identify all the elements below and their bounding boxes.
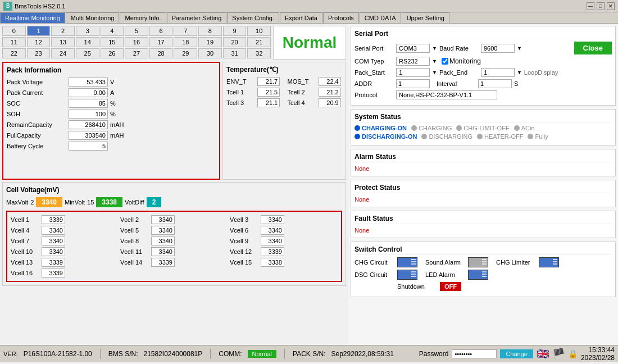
chg-circuit-switch[interactable] bbox=[397, 257, 417, 267]
pack-end-dropdown[interactable]: ▼ bbox=[517, 70, 522, 75]
serial-port-dropdown[interactable]: ▼ bbox=[432, 46, 437, 51]
password-input[interactable] bbox=[452, 349, 497, 358]
addr-input[interactable] bbox=[396, 79, 430, 88]
baud-rate-dropdown[interactable]: ▼ bbox=[517, 46, 522, 51]
cell-num-2[interactable]: 2 bbox=[51, 26, 75, 36]
min-volt-value: 3338 bbox=[96, 197, 122, 207]
cell-num-13[interactable]: 13 bbox=[51, 37, 75, 47]
cell-num-15[interactable]: 15 bbox=[101, 37, 124, 47]
tab-system-config[interactable]: System Config. bbox=[227, 12, 279, 23]
vcell3-value: 3340 bbox=[261, 215, 284, 224]
baud-rate-value[interactable]: 9600 bbox=[481, 44, 515, 53]
tab-cmd-data[interactable]: CMD DATA bbox=[360, 12, 401, 23]
pack-end-label: Pack_End bbox=[439, 69, 479, 76]
env-t-label: ENV_T bbox=[226, 78, 255, 85]
cell-num-26[interactable]: 26 bbox=[101, 48, 124, 58]
chg-limit-off-text: CHG-LIMIT-OFF bbox=[463, 125, 509, 131]
cell-num-16[interactable]: 16 bbox=[125, 37, 148, 47]
cell-num-5[interactable]: 5 bbox=[125, 26, 148, 36]
tab-upper-setting[interactable]: Upper Setting bbox=[402, 12, 449, 23]
discharging-on-text: DISCHARGING-ON bbox=[362, 133, 417, 140]
tab-multi-monitoring[interactable]: Multi Monitoring bbox=[66, 12, 120, 23]
cell-num-28[interactable]: 28 bbox=[149, 48, 173, 58]
baud-rate-label: Baud Rate bbox=[439, 45, 479, 52]
vcell2-label: Vcell 2 bbox=[120, 216, 149, 223]
loop-display-label: LoopDisplay bbox=[524, 69, 558, 76]
chg-circuit-label: CHG Circuit bbox=[355, 259, 394, 266]
chg-limiter-label: CHG Limiter bbox=[496, 259, 535, 266]
shutdown-off-btn[interactable]: OFF bbox=[440, 282, 461, 291]
tab-protocols[interactable]: Protocols bbox=[323, 12, 359, 23]
close-serial-btn[interactable]: Close bbox=[574, 42, 612, 54]
cell-num-8[interactable]: 8 bbox=[198, 26, 222, 36]
cell-num-10[interactable]: 10 bbox=[247, 26, 271, 36]
tab-memory-info[interactable]: Memory Info. bbox=[120, 12, 166, 23]
com-type-value[interactable]: RS232 bbox=[396, 57, 430, 66]
tab-export-data[interactable]: Export Data bbox=[280, 12, 322, 23]
cell-num-32[interactable]: 32 bbox=[247, 48, 271, 58]
sound-alarm-switch[interactable] bbox=[468, 257, 488, 267]
cell-num-24[interactable]: 24 bbox=[51, 48, 75, 58]
switch-control-section: Switch Control CHG Circuit Sound Alarm C… bbox=[351, 242, 616, 297]
cell-num-21[interactable]: 21 bbox=[247, 37, 271, 47]
tab-bar: Realtime Monitoring Multi Monitoring Mem… bbox=[0, 12, 618, 24]
cell-num-23[interactable]: 23 bbox=[27, 48, 51, 58]
alarm-status-title: Alarm Status bbox=[355, 153, 612, 162]
cell-num-3[interactable]: 3 bbox=[76, 26, 99, 36]
cell-num-22[interactable]: 22 bbox=[2, 48, 26, 58]
fault-status-section: Fault Status None bbox=[351, 211, 616, 238]
cell-num-4[interactable]: 4 bbox=[101, 26, 124, 36]
pack-sn-value: Sep292022,08:59:31 bbox=[331, 350, 394, 358]
app-title: BmsTools HS2.0.1 bbox=[15, 3, 587, 10]
interval-input[interactable] bbox=[478, 79, 512, 88]
max-volt-num: 2 bbox=[30, 199, 34, 206]
cell-num-30[interactable]: 30 bbox=[198, 48, 222, 58]
serial-port-value[interactable]: COM3 bbox=[396, 44, 430, 53]
cell-num-12[interactable]: 12 bbox=[27, 37, 51, 47]
lock-icon: 🔒 bbox=[568, 349, 578, 358]
status-bar: VER: P16S100A-21582-1.00 BMS S/N: 21582I… bbox=[0, 345, 618, 362]
cell-num-11[interactable]: 11 bbox=[2, 37, 26, 47]
cell-num-27[interactable]: 27 bbox=[125, 48, 148, 58]
tcell4-label: Tcell 4 bbox=[288, 99, 316, 106]
minimize-btn[interactable]: — bbox=[587, 2, 594, 10]
cell-num-9[interactable]: 9 bbox=[223, 26, 247, 36]
chg-limit-off-indicator: CHG-LIMIT-OFF bbox=[456, 125, 509, 131]
cell-num-19[interactable]: 19 bbox=[198, 37, 222, 47]
pack-end-value[interactable]: 1 bbox=[481, 68, 515, 77]
led-alarm-switch[interactable] bbox=[468, 270, 488, 280]
tab-parameter-setting[interactable]: Parameter Setting bbox=[167, 12, 227, 23]
soc-value: 85 bbox=[69, 99, 108, 108]
protocol-value[interactable]: None,HS-PC-232-BP-V1.1 bbox=[396, 90, 497, 99]
cell-num-0[interactable]: 0 bbox=[2, 26, 26, 36]
tcell2-label: Tcell 2 bbox=[288, 89, 316, 95]
maximize-btn[interactable]: □ bbox=[597, 2, 605, 10]
com-type-dropdown[interactable]: ▼ bbox=[432, 58, 437, 64]
dsg-circuit-switch[interactable] bbox=[397, 270, 417, 280]
cell-num-7[interactable]: 7 bbox=[174, 26, 197, 36]
cell-num-31[interactable]: 31 bbox=[223, 48, 247, 58]
cell-num-17[interactable]: 17 bbox=[149, 37, 173, 47]
cell-num-14[interactable]: 14 bbox=[76, 37, 99, 47]
env-t-value: 21.7 bbox=[257, 77, 280, 86]
cell-num-1[interactable]: 1 bbox=[27, 26, 51, 36]
vcell1-value: 3339 bbox=[42, 215, 65, 224]
change-password-btn[interactable]: Change bbox=[500, 349, 533, 358]
vcell10-label: Vcell 10 bbox=[11, 248, 40, 255]
chg-limiter-switch[interactable] bbox=[539, 257, 559, 267]
pack-start-dropdown[interactable]: ▼ bbox=[432, 70, 437, 75]
battery-cycle-label: Battery Cycle bbox=[7, 143, 69, 149]
cell-num-20[interactable]: 20 bbox=[223, 37, 247, 47]
cell-num-18[interactable]: 18 bbox=[174, 37, 197, 47]
tab-realtime-monitoring[interactable]: Realtime Monitoring bbox=[0, 12, 65, 23]
pack-start-value[interactable]: 1 bbox=[396, 68, 430, 77]
monitoring-checkbox[interactable]: Monitoring bbox=[442, 57, 481, 65]
monitoring-label: Monitoring bbox=[449, 57, 481, 65]
cell-num-29[interactable]: 29 bbox=[174, 48, 197, 58]
vcell11-value: 3340 bbox=[151, 247, 175, 256]
cell-num-25[interactable]: 25 bbox=[76, 48, 99, 58]
tcell3-value: 21.1 bbox=[257, 98, 280, 107]
shutdown-label: Shutdown bbox=[397, 283, 437, 290]
cell-num-6[interactable]: 6 bbox=[149, 26, 173, 36]
close-btn[interactable]: ✕ bbox=[607, 2, 615, 10]
